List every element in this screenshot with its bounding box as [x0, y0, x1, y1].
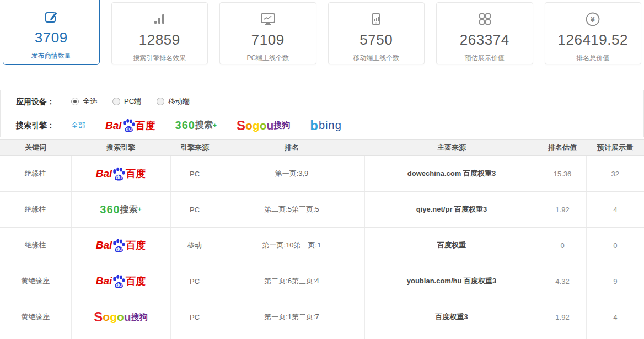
- device-radio-pc[interactable]: PC端: [112, 96, 141, 106]
- est-display-cell: 9: [586, 263, 644, 299]
- rank-cell: 第二页:5第三页:5: [219, 192, 364, 228]
- col-header-2: 引擎来源: [170, 140, 219, 156]
- stat-value: 126419.52: [545, 31, 641, 49]
- radio-icon: [71, 98, 79, 105]
- stat-label: 移动端上线个数: [329, 53, 425, 63]
- rank-value-cell: 4.32: [539, 263, 586, 299]
- rank-value-cell: 1.92: [539, 299, 586, 335]
- stat-card[interactable]: 7109PC端上线个数: [219, 2, 316, 64]
- grid-icon: [437, 12, 533, 28]
- svg-text:du: du: [126, 126, 132, 132]
- device-radio-mobile[interactable]: 移动端: [157, 96, 190, 106]
- table-row: 黄绝缘座Sogou搜狗PC第一页:1第二页:7百度权重31.924: [0, 299, 644, 335]
- radio-icon: [112, 98, 120, 105]
- engine-all-link[interactable]: 全部: [71, 121, 85, 131]
- baidu-wordmark: Bai: [105, 120, 122, 132]
- main-source-cell: youbian.com/hu 百度权重3: [364, 263, 539, 299]
- engine-filter-row: 搜索引擎： 全部 Bai du百度360搜索+Sogou搜狗bbing: [1, 114, 643, 137]
- main-source-cell: 百度权重3: [364, 299, 539, 335]
- radio-icon: [157, 98, 164, 105]
- stat-card[interactable]: 12859搜索引擎排名效果: [111, 2, 208, 64]
- stats-row: 3709发布商情数量12859搜索引擎排名效果7109PC端上线个数5750移动…: [0, 0, 644, 67]
- table-row: 绝缘柱Bai du百度PC第一页:3,9dowechina.com 百度权重31…: [0, 156, 644, 192]
- baidu-paw-icon: du: [122, 119, 136, 132]
- sogou-wordmark-letter: o: [103, 310, 110, 324]
- est-display-cell: 0: [586, 228, 644, 263]
- 360-plus-mark: +: [213, 122, 217, 130]
- sogou-wordmark-letter: g: [253, 119, 260, 132]
- svg-text:¥: ¥: [591, 15, 595, 24]
- engine-cell: Bai du百度: [71, 263, 170, 299]
- engine-cell: Sogou搜狗: [71, 299, 170, 335]
- engine-source-cell: 移动: [170, 228, 219, 263]
- yuan-icon: ¥: [545, 12, 641, 28]
- stat-card[interactable]: 3709发布商情数量: [3, 0, 100, 65]
- rank-cell: 第一页:3,9: [219, 156, 364, 192]
- table-row-partial: [0, 335, 644, 339]
- stat-value: 7109: [220, 31, 316, 49]
- radio-label: PC端: [124, 96, 141, 106]
- engine-cell: Bai du百度: [71, 228, 170, 263]
- main-source-cell: 百度权重: [364, 228, 539, 263]
- table-row: 绝缘柱Bai du百度移动第一页:10第二页:1百度权重00: [0, 228, 644, 263]
- baidu-wordmark-cn: 百度: [126, 167, 146, 180]
- stat-value: 12859: [112, 31, 208, 49]
- baidu-paw-icon: du: [112, 167, 126, 181]
- sogou-wordmark-cn: 搜狗: [273, 120, 290, 131]
- keyword-cell: 绝缘柱: [0, 156, 71, 192]
- bing-logo[interactable]: bbing: [310, 119, 341, 132]
- sogou-wordmark-cn: 搜狗: [131, 312, 148, 322]
- sogou-wordmark-letter: o: [117, 310, 124, 324]
- empty-cell: [539, 335, 586, 339]
- rank-value-cell: 0: [539, 228, 586, 263]
- stat-label: 发布商情数量: [3, 51, 99, 61]
- table-row: 绝缘柱360搜索+PC第二页:5第三页:5qiye.net/pr 百度权重31.…: [0, 192, 644, 228]
- baidu-wordmark-cn: 百度: [136, 119, 155, 132]
- col-header-0: 关键词: [0, 140, 71, 156]
- baidu-paw-icon: du: [112, 239, 126, 252]
- col-header-5: 排名估值: [539, 140, 586, 156]
- radio-label: 移动端: [168, 96, 190, 106]
- svg-text:du: du: [116, 246, 122, 252]
- rank-value-cell: 15.36: [539, 156, 586, 192]
- empty-cell: [0, 335, 71, 339]
- radio-label: 全选: [83, 96, 97, 106]
- col-header-3: 排名: [219, 140, 364, 156]
- sogou-wordmark-letter: S: [94, 309, 103, 325]
- table-row: 黄绝缘座Bai du百度PC第二页:6第三页:4youbian.com/hu 百…: [0, 263, 644, 299]
- device-radio-all[interactable]: 全选: [71, 96, 97, 106]
- baidu-logo[interactable]: Bai du百度: [105, 119, 155, 132]
- baidu-wordmark-cn: 百度: [126, 275, 146, 288]
- engine-source-cell: PC: [170, 192, 219, 228]
- col-header-6: 预计展示量: [586, 140, 644, 156]
- stat-card[interactable]: 5750移动端上线个数: [328, 2, 425, 64]
- device-filter-label: 应用设备：: [16, 97, 55, 107]
- bing-wordmark: bing: [319, 119, 342, 132]
- 360-wordmark-cn: 搜索: [195, 120, 213, 131]
- rank-cell: 第二页:6第三页:4: [219, 263, 364, 299]
- baidu-logo: Bai du百度: [96, 167, 146, 181]
- engine-list: 全部 Bai du百度360搜索+Sogou搜狗bbing: [71, 118, 342, 133]
- stat-card[interactable]: ¥126419.52排名总价值: [545, 2, 642, 64]
- sogou-wordmark-letter: g: [110, 310, 117, 324]
- bar-chart-icon: [112, 12, 208, 28]
- engine-filter-label: 搜索引擎：: [16, 121, 55, 131]
- rank-cell: 第一页:1第二页:7: [219, 299, 364, 335]
- sogou-wordmark-letter: u: [266, 119, 273, 132]
- keyword-cell: 绝缘柱: [0, 192, 71, 228]
- device-filter-row: 应用设备： 全选PC端移动端: [1, 90, 643, 114]
- main-source-cell: dowechina.com 百度权重3: [364, 156, 539, 192]
- device-radio-group: 全选PC端移动端: [71, 96, 205, 107]
- baidu-paw-icon: du: [112, 275, 126, 288]
- engine-cell: Bai du百度: [71, 156, 170, 192]
- sogou-logo[interactable]: Sogou搜狗: [237, 118, 290, 133]
- 360-wordmark: 360: [100, 203, 120, 216]
- monitor-icon: [220, 12, 316, 28]
- 360-logo[interactable]: 360搜索+: [175, 119, 217, 132]
- keyword-ranking-table: 关键词搜索引擎引擎来源排名主要来源排名估值预计展示量 绝缘柱Bai du百度PC…: [0, 139, 644, 339]
- baidu-logo: Bai du百度: [96, 275, 146, 288]
- empty-cell: [170, 335, 219, 339]
- stat-card[interactable]: 263374预估展示价值: [436, 2, 533, 64]
- main-source-cell: qiye.net/pr 百度权重3: [364, 192, 539, 228]
- sogou-wordmark-letter: S: [237, 118, 245, 133]
